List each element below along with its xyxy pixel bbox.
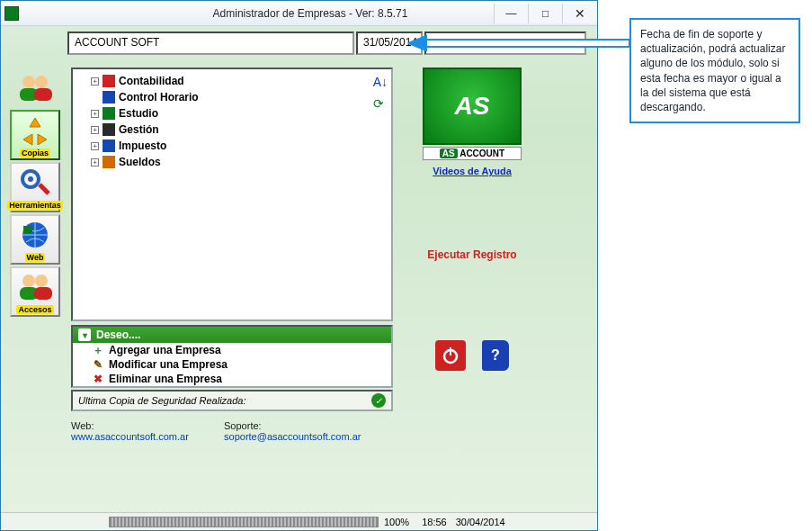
close-button[interactable]: ✕ [562, 4, 596, 23]
status-date: 30/04/2014 [456, 517, 505, 527]
brand-logo: AS [423, 68, 522, 145]
brand-strip: AS ACCOUNT [423, 147, 522, 160]
support-link[interactable]: soporte@asaccountsoft.com.ar [224, 431, 361, 442]
app-window: Administrador de Empresas - Ver: 8.5.71 … [0, 0, 598, 531]
progress-bar [109, 517, 379, 527]
tree-item-control-horario[interactable]: +Control Horario [91, 89, 388, 105]
svg-rect-7 [23, 226, 32, 233]
tree-item-impuesto[interactable]: +Impuesto [91, 138, 388, 154]
right-panel: AS AS ACCOUNT Videos de Ayuda Ejecutar R… [400, 68, 544, 530]
web-link[interactable]: www.asaccountsoft.com.ar [71, 431, 189, 442]
svg-point-0 [22, 76, 35, 88]
action-add-empresa[interactable]: ＋Agregar una Empresa [73, 343, 391, 357]
status-bar: 100% 18:56 30/04/2014 [1, 512, 597, 530]
web-button[interactable]: Web [10, 214, 60, 265]
svg-rect-16 [426, 40, 629, 47]
actions-panel: ▾ Deseo.... ＋Agregar una Empresa ✎Modifi… [71, 325, 393, 388]
backup-status-label: Ultima Copia de Seguridad Realizada: [78, 395, 246, 406]
herramientas-label: Herramientas [7, 201, 63, 210]
refresh-icon[interactable]: ⟳ [373, 96, 388, 111]
callout-arrow [408, 34, 629, 52]
accesos-label: Accesos [16, 305, 53, 314]
svg-rect-13 [450, 347, 451, 356]
footer-links: Web: www.asaccountsoft.com.ar Soporte: s… [71, 420, 393, 442]
help-button[interactable]: ? [482, 340, 509, 371]
svg-point-9 [35, 274, 48, 287]
window-title: Administrador de Empresas - Ver: 8.5.71 [213, 7, 408, 20]
action-edit-empresa[interactable]: ✎Modificar una Empresa [73, 357, 391, 372]
left-toolbar: Copias Herramientas Web Accesos [10, 68, 66, 530]
globe-icon [14, 218, 56, 252]
copias-label: Copias [20, 148, 50, 158]
copias-button[interactable]: Copias [10, 110, 60, 160]
app-icon [4, 6, 19, 21]
accesos-button[interactable]: Accesos [10, 266, 60, 317]
run-registry-link[interactable]: Ejecutar Registro [427, 248, 516, 261]
svg-point-5 [28, 176, 33, 182]
maximize-button[interactable]: □ [528, 4, 562, 23]
progress-percent: 100% [384, 517, 409, 527]
action-delete-empresa[interactable]: ✖Eliminar una Empresa [73, 372, 391, 386]
tree-item-gestion[interactable]: +Gestión [91, 122, 388, 138]
actions-header[interactable]: ▾ Deseo.... [73, 327, 391, 343]
backup-status-strip: Ultima Copia de Seguridad Realizada: ✓ [71, 390, 393, 411]
web-link-label: Web: [71, 420, 94, 431]
callout-box: Fecha de fin de soporte y actualización,… [629, 18, 800, 123]
tree-item-sueldos[interactable]: +Sueldos [91, 154, 388, 170]
svg-rect-11 [34, 287, 52, 300]
sort-az-icon[interactable]: A↓ [373, 75, 388, 89]
access-icon [14, 270, 56, 304]
status-time: 18:56 [422, 517, 447, 527]
help-videos-link[interactable]: Videos de Ayuda [433, 166, 512, 176]
svg-point-1 [35, 76, 48, 88]
svg-rect-3 [34, 88, 52, 101]
dropdown-icon: ▾ [78, 328, 91, 341]
users-button[interactable] [10, 68, 60, 108]
svg-point-8 [22, 274, 35, 287]
recycle-icon [14, 113, 56, 148]
svg-marker-15 [408, 36, 426, 50]
tree-item-estudio[interactable]: +Estudio [91, 105, 388, 122]
minimize-button[interactable]: — [494, 4, 528, 23]
callout-text: Fecha de fin de soporte y actualización,… [640, 28, 785, 113]
users-icon [14, 71, 56, 105]
power-button[interactable] [435, 340, 466, 371]
module-tree[interactable]: A↓ ⟳ +Contabilidad +Control Horario +Est… [71, 68, 393, 321]
web-label: Web [25, 253, 46, 262]
client-area: ACCOUNT SOFT 31/05/2014 Copias He [1, 26, 597, 530]
titlebar: Administrador de Empresas - Ver: 8.5.71 … [1, 1, 597, 26]
tree-item-contabilidad[interactable]: +Contabilidad [91, 73, 388, 89]
tools-icon [14, 166, 56, 200]
company-field[interactable]: ACCOUNT SOFT [67, 32, 354, 55]
support-link-label: Soporte: [224, 420, 262, 431]
actions-header-label: Deseo.... [96, 328, 140, 341]
herramientas-button[interactable]: Herramientas [10, 162, 60, 212]
check-icon: ✓ [371, 393, 386, 408]
